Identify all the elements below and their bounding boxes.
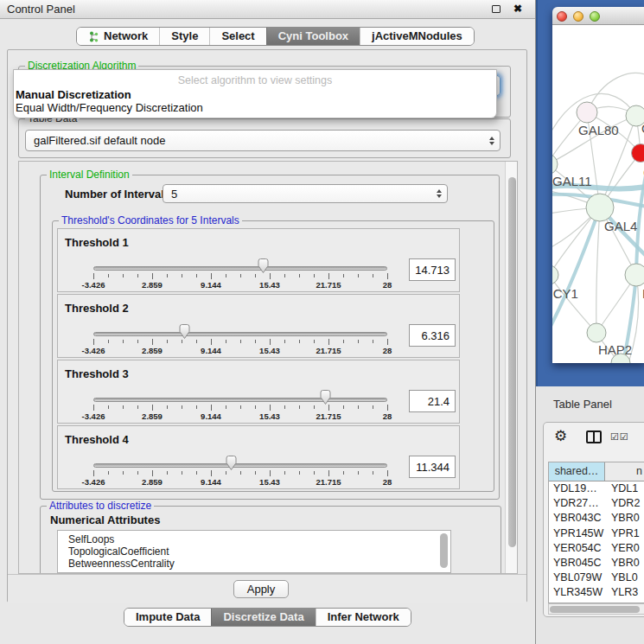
threshold-4-panel: Threshold 4-3.4262.8599.14415.4321.71528… <box>57 425 460 489</box>
cell-shared-name[interactable]: YBR045C <box>549 556 605 571</box>
dropdown-option-manual-discretization[interactable]: Manual Discretization <box>16 88 131 101</box>
slider-tick <box>328 339 329 345</box>
slider-track[interactable] <box>93 332 387 336</box>
tab-infer-network[interactable]: Infer Network <box>316 609 411 626</box>
close-traffic-light[interactable] <box>557 11 567 22</box>
split-columns-icon[interactable] <box>586 430 602 443</box>
table-row[interactable]: YLR345WYLR3 <box>549 585 644 600</box>
threshold-value-field[interactable]: 14.713 <box>409 258 456 281</box>
cell-shared-name[interactable]: YBL079W <box>549 571 605 585</box>
tab-network[interactable]: Network <box>77 28 159 45</box>
main-scrollbar-track[interactable] <box>505 162 518 574</box>
table-panel: ⚙ ☑☑ shared… n YDL19…YDL1YDR27…YDR2YBR04… <box>543 422 644 617</box>
network-canvas[interactable]: GAL80GACGAL11GAL4GCY1HHAP2 <box>552 25 644 363</box>
cell-name[interactable]: YBL0 <box>605 571 644 585</box>
threshold-label: Threshold 1 <box>65 236 129 249</box>
network-node-gal80[interactable] <box>577 102 597 123</box>
dropdown-option-equal-width-frequency-discretization[interactable]: Equal Width/Frequency Discretization <box>16 101 203 114</box>
slider-tick <box>284 340 285 343</box>
threshold-label: Threshold 4 <box>65 433 129 446</box>
slider-thumb[interactable] <box>225 455 238 471</box>
slider-thumb[interactable] <box>319 389 332 405</box>
slider-thumb[interactable] <box>178 323 191 340</box>
table-row[interactable]: YBR045CYBR0 <box>549 556 644 571</box>
cell-name[interactable]: YBR0 <box>605 556 644 571</box>
cell-shared-name[interactable]: YDL19… <box>549 481 605 496</box>
slider-tick <box>108 274 109 277</box>
network-node-hap2[interactable] <box>587 323 606 342</box>
select-columns-icon[interactable]: ☑☑ <box>610 431 629 443</box>
slider-tick <box>167 340 168 343</box>
threshold-label: Threshold 3 <box>65 367 129 380</box>
slider-tick-label: -3.426 <box>82 346 105 355</box>
table-row[interactable]: YER054CYER0 <box>549 541 644 556</box>
threshold-value-field[interactable]: 6.316 <box>409 324 456 347</box>
threshold-value-field[interactable]: 11.344 <box>409 456 456 478</box>
network-node-red[interactable] <box>632 144 644 163</box>
slider-tick <box>284 274 285 277</box>
cell-name[interactable]: YDL1 <box>605 481 644 496</box>
table-row[interactable]: YBL079WYBL0 <box>549 571 644 585</box>
cell-name[interactable]: YBR0 <box>605 511 644 526</box>
tab-cyni-toolbox[interactable]: Cyni Toolbox <box>266 28 360 45</box>
cell-name[interactable]: YLR3 <box>605 585 644 600</box>
table-row[interactable]: YDL19…YDL1 <box>549 481 644 496</box>
tab-style[interactable]: Style <box>159 28 209 45</box>
slider-track[interactable] <box>93 398 387 402</box>
tab-discretize-data[interactable]: Discretize Data <box>211 609 315 626</box>
numerical-attributes-list[interactable]: SelfLoopsTopologicalCoefficientBetweenne… <box>57 530 451 573</box>
attribute-item-topologicalcoefficient[interactable]: TopologicalCoefficient <box>58 545 450 558</box>
cell-name[interactable]: YPR1 <box>605 526 644 541</box>
number-of-intervals-combobox[interactable]: 5 <box>163 184 448 203</box>
table-row[interactable]: YDR27…YDR2 <box>549 496 644 511</box>
network-node-h[interactable] <box>625 264 644 286</box>
table-hscrollbar-thumb[interactable] <box>550 606 640 613</box>
table-hscrollbar-track[interactable] <box>548 603 644 615</box>
gear-icon[interactable]: ⚙ <box>554 427 567 445</box>
minimize-traffic-light[interactable] <box>573 11 583 22</box>
slider-track[interactable] <box>93 463 387 468</box>
cell-shared-name[interactable]: YLR345W <box>549 585 605 600</box>
table-header-name[interactable]: n <box>605 462 644 481</box>
table-header-shared-name[interactable]: shared… <box>549 462 605 481</box>
table-data-combobox[interactable]: galFiltered.sif default node <box>25 130 501 151</box>
numerical-attributes-label: Numerical Attributes <box>50 513 160 526</box>
apply-button[interactable]: Apply <box>233 580 289 598</box>
apply-row: Apply <box>8 574 526 603</box>
dropdown-placeholder-item[interactable]: Select algorithm to view settings <box>14 74 496 86</box>
list-scrollbar-thumb[interactable] <box>440 533 448 568</box>
network-node-gcy1[interactable] <box>552 265 558 284</box>
table-row[interactable]: YPR145WYPR1 <box>549 526 644 541</box>
slider-tick <box>387 273 388 279</box>
slider-tick-label: 21.715 <box>316 477 341 487</box>
cell-shared-name[interactable]: YBR043C <box>549 511 605 526</box>
slider-tick-label: 2.859 <box>142 280 163 290</box>
tab-select[interactable]: Select <box>209 28 265 45</box>
cell-name[interactable]: YER0 <box>605 541 644 556</box>
table-header-row: shared… n <box>549 462 644 481</box>
close-icon[interactable]: ✖ <box>513 3 522 15</box>
tab-jactivemnodules[interactable]: jActiveMNodules <box>360 28 474 45</box>
cell-shared-name[interactable]: YER054C <box>549 541 605 556</box>
slider-tick <box>373 405 373 409</box>
network-node-gal4[interactable] <box>586 194 614 221</box>
cell-shared-name[interactable]: YPR145W <box>549 526 605 541</box>
slider-thumb[interactable] <box>257 258 270 274</box>
interval-definition-group-title: Interval Definition <box>47 169 132 181</box>
float-window-icon[interactable] <box>492 5 501 13</box>
control-panel-tabbar: NetworkStyleSelectCyni ToolboxjActiveMNo… <box>76 27 475 46</box>
tab-impute-data[interactable]: Impute Data <box>124 609 211 626</box>
tab-label: Cyni Toolbox <box>278 28 348 45</box>
cell-name[interactable]: YDR2 <box>605 496 644 511</box>
cell-shared-name[interactable]: YDR27… <box>549 496 605 511</box>
slider-tick-label: -3.426 <box>82 411 105 421</box>
main-scrollbar-thumb[interactable] <box>508 177 516 547</box>
right-panel: GAL80GACGAL11GAL4GCY1HHAP2 Table Panel ⚙… <box>536 0 644 644</box>
zoom-traffic-light[interactable] <box>590 11 600 22</box>
network-edge-thick <box>552 207 600 336</box>
attribute-item-selfloops[interactable]: SelfLoops <box>58 533 450 545</box>
table-row[interactable]: YBR043CYBR0 <box>549 511 644 526</box>
attribute-item-betweennesscentrality[interactable]: BetweennessCentrality <box>58 558 450 570</box>
slider-track[interactable] <box>93 266 387 271</box>
threshold-value-field[interactable]: 21.4 <box>409 390 456 412</box>
